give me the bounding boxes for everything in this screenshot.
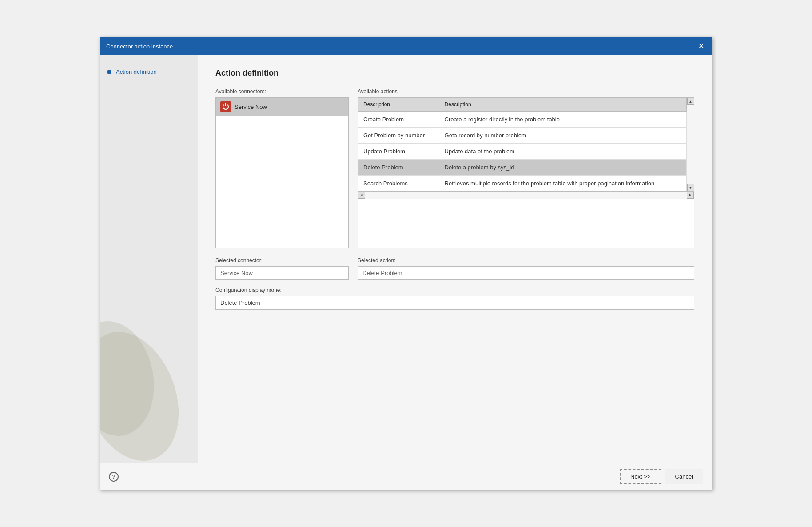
actions-column: Available actions: Description Descripti… (358, 88, 694, 248)
available-actions-label: Available actions: (358, 88, 694, 95)
scroll-left-btn[interactable]: ◄ (358, 192, 365, 199)
connector-item-service-now[interactable]: Service Now (216, 98, 348, 116)
action-desc-get: Geta record by number problem (439, 128, 686, 144)
scrollbar-area: Description Description Create Problem C… (358, 98, 694, 191)
actions-table: Description Description Create Problem C… (358, 98, 687, 191)
action-desc-delete: Delete a problem by sys_id (439, 160, 686, 176)
action-row-update[interactable]: Update Problem Update data of the proble… (358, 144, 687, 160)
action-name-delete: Delete Problem (358, 160, 439, 176)
power-icon (223, 104, 229, 110)
sidebar-item-action-definition[interactable]: Action definition (100, 64, 198, 80)
col-header-desc: Description (439, 98, 686, 112)
sidebar-item-label: Action definition (116, 68, 157, 75)
actions-table-wrapper: Description Description Create Problem C… (358, 97, 694, 248)
sidebar-dot (107, 70, 111, 74)
selected-connector-label: Selected connector: (215, 257, 349, 264)
footer-left: ? (109, 472, 119, 482)
footer-right: Next >> Cancel (620, 469, 703, 484)
action-desc-update: Update data of the problem (439, 144, 686, 160)
action-row-create[interactable]: Create Problem Create a register directl… (358, 112, 687, 128)
config-name-input[interactable] (215, 296, 694, 310)
service-now-icon (220, 101, 231, 112)
table-scroll-container: Description Description Create Problem C… (358, 98, 687, 191)
selected-action-input[interactable] (358, 266, 694, 280)
scroll-down-btn[interactable]: ▼ (687, 184, 694, 191)
available-connectors-label: Available connectors: (215, 88, 349, 95)
selected-connector-input[interactable] (215, 266, 349, 280)
action-name-search: Search Problems (358, 176, 439, 192)
connectors-column: Available connectors: Service Now (215, 88, 349, 248)
connector-list[interactable]: Service Now (215, 97, 349, 248)
action-desc-create: Create a register directly in the proble… (439, 112, 686, 128)
action-name-update: Update Problem (358, 144, 439, 160)
columns-area: Available connectors: Service Now Availa… (215, 88, 694, 248)
selected-fields-row: Selected connector: Selected action: (215, 257, 694, 280)
cancel-button[interactable]: Cancel (665, 469, 703, 484)
close-button[interactable]: ✕ (697, 42, 706, 51)
h-scroll-track[interactable] (365, 192, 687, 199)
section-title: Action definition (215, 68, 694, 78)
sidebar: Action definition (100, 55, 198, 463)
scroll-right-btn[interactable]: ► (687, 192, 694, 199)
selected-connector-field: Selected connector: (215, 257, 349, 280)
action-name-get: Get Problem by number (358, 128, 439, 144)
config-name-label: Configuration display name: (215, 287, 694, 293)
config-name-field: Configuration display name: (215, 287, 694, 310)
action-row-delete[interactable]: Delete Problem Delete a problem by sys_i… (358, 160, 687, 176)
titlebar: Connector action instance ✕ (100, 37, 712, 55)
col-header-name: Description (358, 98, 439, 112)
main-content: Action definition Available connectors: … (198, 55, 712, 463)
dialog-footer: ? Next >> Cancel (100, 463, 712, 490)
selected-action-label: Selected action: (358, 257, 694, 264)
action-desc-search: Retrieves multiple records for the probl… (439, 176, 686, 192)
action-row-search[interactable]: Search Problems Retrieves multiple recor… (358, 176, 687, 192)
selected-action-field: Selected action: (358, 257, 694, 280)
scroll-up-btn[interactable]: ▲ (687, 98, 694, 105)
action-row-get[interactable]: Get Problem by number Geta record by num… (358, 128, 687, 144)
next-button[interactable]: Next >> (620, 469, 661, 484)
scroll-track[interactable] (687, 105, 694, 184)
dialog-body: Action definition Action definition Avai… (100, 55, 712, 463)
connector-name: Service Now (235, 104, 267, 110)
horizontal-scrollbar[interactable]: ◄ ► (358, 191, 694, 198)
help-icon[interactable]: ? (109, 472, 119, 482)
connector-action-dialog: Connector action instance ✕ Action defin… (100, 37, 712, 490)
vertical-scrollbar[interactable]: ▲ ▼ (687, 98, 694, 191)
action-name-create: Create Problem (358, 112, 439, 128)
dialog-title: Connector action instance (106, 43, 173, 50)
